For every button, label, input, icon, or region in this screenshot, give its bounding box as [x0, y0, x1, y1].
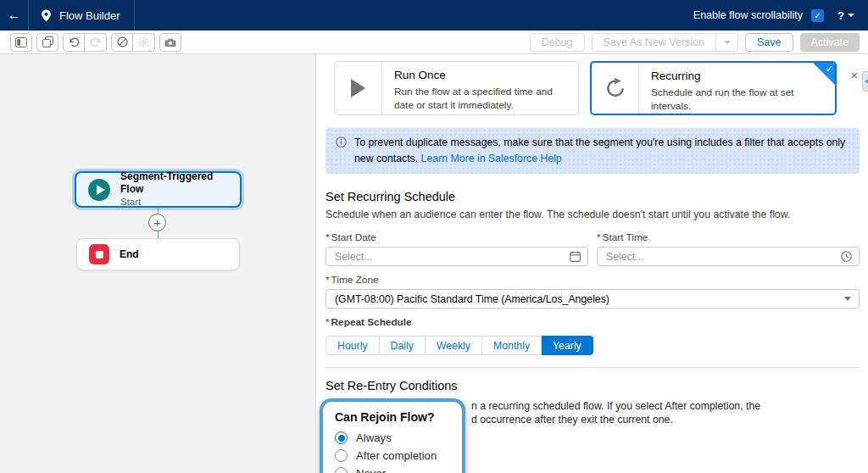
recurring-card[interactable]: Recurring Schedule and run the flow at s… — [590, 61, 837, 115]
start-play-icon — [88, 179, 110, 201]
snapshot-button[interactable] — [159, 33, 181, 52]
rejoin-option-after-completion[interactable]: After completion — [335, 449, 450, 462]
flow-toolbar: Debug Save As New Version Save Activate — [0, 31, 868, 54]
time-zone-label: Time Zone — [331, 274, 379, 286]
flow-canvas[interactable]: Segment-Triggered Flow Start + End − + — [0, 54, 316, 473]
start-node[interactable]: Segment-Triggered Flow Start — [75, 171, 242, 208]
recurring-iconbox — [592, 63, 639, 114]
toggle-toolbox-button[interactable] — [10, 33, 32, 52]
undo-button[interactable] — [63, 33, 85, 52]
recurring-title: Recurring — [651, 70, 825, 82]
close-icon: × — [851, 68, 859, 82]
help-icon: ? — [837, 9, 844, 22]
can-rejoin-flow-title: Can Rejoin Flow? — [335, 410, 450, 424]
app-switcher: Flow Builder — [28, 0, 135, 31]
rejoin-never-label: Never — [356, 467, 386, 473]
start-date-field: *Start Date — [326, 231, 588, 266]
rejoin-option-always[interactable]: Always — [335, 431, 450, 444]
save-as-new-version-button[interactable]: Save As New Version — [592, 33, 717, 52]
redo-button[interactable] — [85, 33, 107, 52]
clipped-edge-element — [862, 71, 868, 92]
end-node[interactable]: End — [76, 238, 240, 270]
repeat-hourly-button[interactable]: Hourly — [326, 336, 380, 355]
time-zone-select[interactable]: (GMT-08:00) Pacific Standard Time (Ameri… — [326, 289, 860, 309]
play-icon — [351, 79, 365, 97]
radio-unselected-icon — [335, 467, 348, 473]
chevron-down-icon — [844, 297, 851, 301]
run-once-iconbox — [335, 62, 382, 114]
selected-checkmark-icon: ✓ — [826, 64, 833, 75]
repeat-weekly-button[interactable]: Weekly — [426, 336, 482, 355]
schedule-type-picker: Run Once Run the flow at a specified tim… — [334, 61, 861, 115]
help-menu-button[interactable]: ? — [837, 9, 854, 22]
start-date-input[interactable] — [326, 247, 588, 266]
reentry-conditions-heading: Set Re-Entry Conditions — [326, 379, 868, 392]
repeat-schedule-field: *Repeat Schedule Hourly Daily Weekly Mon… — [326, 316, 868, 355]
close-panel-button[interactable]: × — [848, 68, 861, 82]
repeat-monthly-button[interactable]: Monthly — [482, 336, 542, 355]
undo-icon — [69, 37, 80, 47]
start-time-field: *Start Time — [597, 231, 860, 266]
refresh-icon — [604, 77, 626, 99]
add-element-button[interactable]: + — [148, 214, 166, 231]
panel-toggle-icon — [15, 37, 27, 47]
gear-icon — [138, 36, 149, 47]
required-marker: * — [597, 231, 601, 243]
start-date-label: Start Date — [331, 231, 376, 243]
recurring-description: Schedule and run the flow at set interva… — [651, 86, 825, 114]
back-arrow-icon: ← — [8, 8, 21, 23]
top-navigation-bar: ← Flow Builder Enable flow scrollability… — [0, 0, 868, 31]
back-button[interactable]: ← — [0, 0, 28, 31]
rejoin-after-completion-label: After completion — [356, 449, 437, 462]
checkmark-icon: ✓ — [814, 11, 821, 20]
save-as-new-version-split-button: Save As New Version — [592, 33, 739, 52]
recurring-schedule-description: Schedule when an audience can enter the … — [326, 209, 868, 220]
location-pin-icon — [41, 9, 52, 22]
calendar-icon[interactable] — [570, 251, 581, 262]
repeat-schedule-options: Hourly Daily Weekly Monthly Yearly — [326, 336, 593, 355]
redo-icon — [90, 37, 101, 47]
start-time-label: Start Time — [603, 231, 648, 243]
info-icon — [336, 136, 347, 147]
start-time-input[interactable] — [597, 247, 860, 266]
triangle-left-icon — [865, 77, 868, 86]
radio-selected-icon — [335, 431, 348, 444]
reentry-description-line-1: n a recurring scheduled flow. If you sel… — [471, 400, 760, 412]
start-node-title: Segment-Triggered Flow — [120, 170, 228, 196]
run-once-title: Run Once — [394, 69, 568, 81]
undo-redo-group — [63, 33, 107, 52]
end-stop-icon — [89, 244, 109, 264]
rejoin-always-label: Always — [356, 431, 392, 444]
chevron-down-icon — [724, 41, 731, 44]
disable-element-button[interactable] — [111, 33, 133, 52]
reentry-description-line-2: d occurrence after they exit the current… — [471, 414, 673, 426]
clock-icon[interactable] — [841, 251, 852, 262]
enable-flow-scrollability-label: Enable flow scrollability — [693, 9, 803, 21]
flow-scrollability-checkbox[interactable]: ✓ — [811, 9, 824, 22]
start-config-panel: Run Once Run the flow at a specified tim… — [317, 54, 868, 473]
settings-button[interactable] — [133, 33, 155, 52]
save-as-new-version-menu-button[interactable] — [716, 33, 738, 52]
copy-icon — [42, 36, 53, 47]
reentry-section: n a recurring scheduled flow. If you sel… — [317, 395, 868, 473]
salesforce-help-link[interactable]: Learn More in Salesforce Help — [421, 153, 562, 164]
repeat-yearly-button[interactable]: Yearly — [542, 336, 593, 355]
required-marker: * — [326, 231, 330, 243]
repeat-daily-button[interactable]: Daily — [380, 336, 426, 355]
activate-button[interactable]: Activate — [800, 33, 860, 52]
debug-button[interactable]: Debug — [530, 33, 585, 52]
run-once-card[interactable]: Run Once Run the flow at a specified tim… — [334, 61, 579, 115]
flow-builder-window: ← Flow Builder Enable flow scrollability… — [0, 0, 868, 473]
camera-icon — [164, 37, 176, 47]
time-zone-value: (GMT-08:00) Pacific Standard Time (Ameri… — [335, 293, 609, 305]
info-banner: To prevent duplicate messages, make sure… — [326, 128, 860, 174]
section-divider — [326, 367, 860, 368]
plus-icon: + — [153, 216, 161, 229]
element-actions-group — [111, 33, 155, 52]
save-button[interactable]: Save — [745, 33, 793, 52]
chevron-down-icon — [848, 14, 854, 17]
copy-elements-button[interactable] — [36, 33, 58, 52]
rejoin-option-never[interactable]: Never — [335, 467, 450, 473]
required-marker: * — [326, 274, 330, 286]
time-zone-field: *Time Zone (GMT-08:00) Pacific Standard … — [326, 274, 860, 309]
